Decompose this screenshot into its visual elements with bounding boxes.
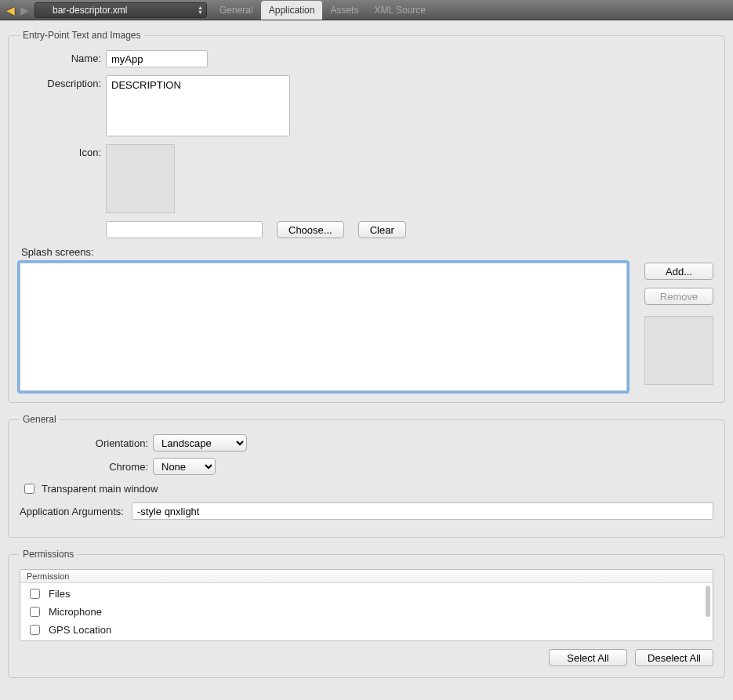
nav-back-icon[interactable]: ◀ — [5, 5, 16, 16]
clear-button[interactable]: Clear — [358, 221, 406, 238]
stepper-icon: ▲▼ — [198, 5, 203, 15]
permission-row[interactable]: Microphone — [20, 603, 713, 621]
permission-label: Microphone — [49, 606, 102, 618]
file-selector-label: bar-descriptor.xml — [53, 5, 127, 16]
label-arguments: Application Arguments: — [20, 506, 132, 517]
tab-xml-source[interactable]: XML Source — [366, 1, 434, 20]
group-permissions: Permissions Permission Files Microphone … — [8, 549, 725, 678]
icon-path-input[interactable] — [106, 221, 263, 238]
group-permissions-legend: Permissions — [20, 549, 77, 560]
permission-checkbox[interactable] — [30, 625, 40, 635]
group-entry-point-legend: Entry-Point Text and Images — [20, 30, 144, 41]
history-nav: ◀ ▶ — [5, 5, 30, 16]
editor-tabs: General Application Assets XML Source — [212, 1, 434, 20]
file-selector[interactable]: bar-descriptor.xml ▲▼ — [34, 2, 207, 18]
scrollbar-thumb[interactable] — [706, 586, 710, 617]
icon-preview — [106, 144, 175, 213]
label-description: Description: — [20, 75, 106, 89]
tab-assets[interactable]: Assets — [322, 1, 366, 20]
name-input[interactable] — [106, 50, 208, 67]
label-orientation: Orientation: — [20, 437, 153, 449]
permission-label: GPS Location — [49, 624, 111, 636]
permission-row[interactable]: GPS Location — [20, 621, 713, 639]
permission-row[interactable]: Files — [20, 585, 713, 603]
tab-general[interactable]: General — [212, 1, 261, 20]
label-chrome: Chrome: — [20, 461, 153, 473]
splash-list[interactable] — [20, 263, 627, 391]
label-icon: Icon: — [20, 144, 106, 158]
label-name: Name: — [20, 50, 106, 64]
description-input[interactable]: DESCRIPTION — [106, 75, 290, 136]
group-general: General Orientation: Landscape Chrome: N… — [8, 414, 725, 538]
label-transparent: Transparent main window — [42, 483, 158, 495]
remove-button: Remove — [644, 288, 713, 305]
permissions-header: Permission — [20, 570, 713, 583]
permissions-table[interactable]: Permission Files Microphone GPS Location — [20, 569, 713, 641]
choose-button[interactable]: Choose... — [277, 221, 344, 238]
orientation-select[interactable]: Landscape — [153, 434, 247, 452]
permission-checkbox[interactable] — [30, 589, 40, 599]
tab-application[interactable]: Application — [261, 1, 323, 20]
nav-forward-icon[interactable]: ▶ — [19, 5, 30, 16]
permission-label: Files — [49, 588, 70, 600]
arguments-input[interactable] — [132, 502, 713, 520]
label-splash: Splash screens: — [21, 246, 713, 258]
transparent-checkbox[interactable] — [24, 484, 34, 494]
chrome-select[interactable]: None — [153, 458, 216, 475]
splash-preview — [644, 316, 713, 385]
deselect-all-button[interactable]: Deselect All — [635, 649, 713, 666]
group-entry-point: Entry-Point Text and Images Name: Descri… — [8, 30, 725, 403]
select-all-button[interactable]: Select All — [549, 649, 627, 666]
group-general-legend: General — [20, 414, 60, 425]
permission-checkbox[interactable] — [30, 607, 40, 617]
editor-toolbar: ◀ ▶ bar-descriptor.xml ▲▼ General Applic… — [0, 0, 733, 20]
add-button[interactable]: Add... — [644, 263, 713, 280]
